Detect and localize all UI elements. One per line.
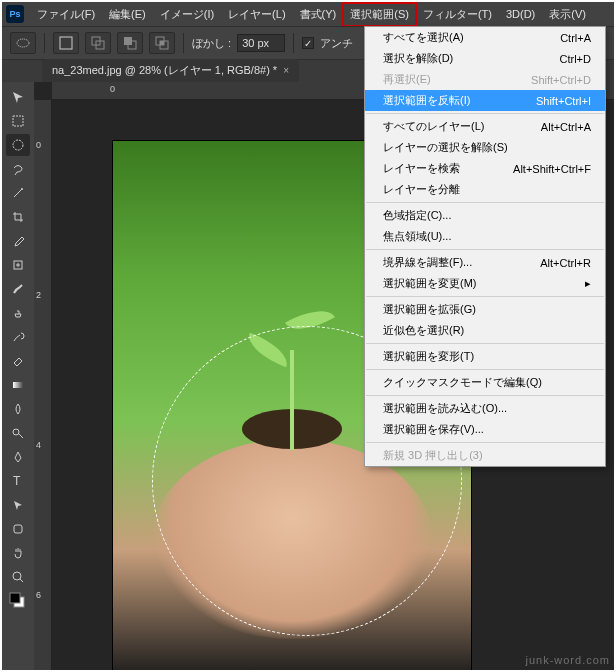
- menu-item[interactable]: レイヤーの選択を解除(S): [365, 137, 605, 158]
- menu-item-label: 近似色を選択(R): [383, 323, 464, 338]
- menu-item-label: 選択を解除(D): [383, 51, 453, 66]
- menu-layer[interactable]: レイヤー(L): [221, 3, 292, 26]
- magic-wand-tool-icon[interactable]: [6, 182, 30, 204]
- menu-item-label: 選択範囲を読み込む(O)...: [383, 401, 507, 416]
- menu-item-label: 色域指定(C)...: [383, 208, 451, 223]
- blur-tool-icon[interactable]: [6, 398, 30, 420]
- menu-item[interactable]: クイックマスクモードで編集(Q): [365, 372, 605, 393]
- history-brush-tool-icon[interactable]: [6, 326, 30, 348]
- menu-filter[interactable]: フィルター(T): [416, 3, 499, 26]
- menu-item[interactable]: 選択範囲を変形(T): [365, 346, 605, 367]
- antialias-checkbox[interactable]: ✓: [302, 37, 314, 49]
- eraser-tool-icon[interactable]: [6, 350, 30, 372]
- menu-file[interactable]: ファイル(F): [30, 3, 102, 26]
- menu-item-label: レイヤーを検索: [383, 161, 460, 176]
- menu-separator: [366, 343, 604, 344]
- feather-input[interactable]: [237, 34, 285, 52]
- menu-item[interactable]: 近似色を選択(R): [365, 320, 605, 341]
- crop-tool-icon[interactable]: [6, 206, 30, 228]
- elliptical-marquee-tool-icon[interactable]: [6, 134, 30, 156]
- svg-rect-9: [13, 116, 23, 126]
- menu-item[interactable]: 焦点領域(U)...: [365, 226, 605, 247]
- menu-item-label: 選択範囲を変更(M): [383, 276, 477, 291]
- hand-tool-icon[interactable]: [6, 542, 30, 564]
- rectangular-marquee-tool-icon[interactable]: [6, 110, 30, 132]
- menu-item[interactable]: すべてのレイヤー(L)Alt+Ctrl+A: [365, 116, 605, 137]
- menu-item[interactable]: 選択範囲を変更(M)▸: [365, 273, 605, 294]
- menu-image[interactable]: イメージ(I): [153, 3, 221, 26]
- menu-separator: [366, 296, 604, 297]
- foreground-background-swatch[interactable]: [6, 590, 30, 612]
- gradient-tool-icon[interactable]: [6, 374, 30, 396]
- document-tab[interactable]: na_23med.jpg @ 28% (レイヤー 1, RGB/8#) * ×: [42, 59, 299, 82]
- watermark: junk-word.com: [525, 654, 610, 666]
- menu-item-label: 選択範囲を保存(V)...: [383, 422, 484, 437]
- lasso-tool-icon[interactable]: [6, 158, 30, 180]
- menu-item[interactable]: すべてを選択(A)Ctrl+A: [365, 27, 605, 48]
- menu-item[interactable]: 色域指定(C)...: [365, 205, 605, 226]
- svg-rect-1: [60, 37, 72, 49]
- menu-item[interactable]: 選択範囲を保存(V)...: [365, 419, 605, 440]
- pen-tool-icon[interactable]: [6, 446, 30, 468]
- close-tab-icon[interactable]: ×: [283, 65, 289, 76]
- menu-item-label: 再選択(E): [383, 72, 431, 87]
- menu-item-label: すべてのレイヤー(L): [383, 119, 484, 134]
- ruler-v-tick: 0: [36, 140, 41, 150]
- brush-tool-icon[interactable]: [6, 278, 30, 300]
- clone-stamp-tool-icon[interactable]: [6, 302, 30, 324]
- svg-rect-13: [13, 382, 23, 388]
- dodge-tool-icon[interactable]: [6, 422, 30, 444]
- menu-item[interactable]: 選択範囲を反転(I)Shift+Ctrl+I: [365, 90, 605, 111]
- feather-label: ぼかし :: [192, 36, 231, 51]
- svg-point-14: [13, 429, 19, 435]
- path-selection-tool-icon[interactable]: [6, 494, 30, 516]
- svg-point-0: [17, 39, 29, 47]
- zoom-tool-icon[interactable]: [6, 566, 30, 588]
- menu-item-label: レイヤーの選択を解除(S): [383, 140, 508, 155]
- move-tool-icon[interactable]: [6, 86, 30, 108]
- menu-item-shortcut: Shift+Ctrl+I: [536, 95, 591, 107]
- svg-point-10: [13, 140, 23, 150]
- svg-rect-16: [14, 525, 22, 533]
- menu-edit[interactable]: 編集(E): [102, 3, 153, 26]
- type-tool-icon[interactable]: T: [6, 470, 30, 492]
- menu-view[interactable]: 表示(V): [542, 3, 593, 26]
- menu-separator: [366, 249, 604, 250]
- intersect-selection-icon[interactable]: [149, 32, 175, 54]
- menu-item-label: 選択範囲を拡張(G): [383, 302, 476, 317]
- menu-item-shortcut: Alt+Ctrl+A: [541, 121, 591, 133]
- menu-item[interactable]: レイヤーを分離: [365, 179, 605, 200]
- menu-item-shortcut: Ctrl+A: [560, 32, 591, 44]
- svg-text:T: T: [13, 474, 21, 488]
- toolbox: T: [2, 82, 34, 670]
- ruler-v-tick: 2: [36, 290, 41, 300]
- menu-item[interactable]: レイヤーを検索Alt+Shift+Ctrl+F: [365, 158, 605, 179]
- svg-point-11: [21, 188, 23, 190]
- menu-item: 新規 3D 押し出し(3): [365, 445, 605, 466]
- ruler-v-tick: 4: [36, 440, 41, 450]
- menu-item[interactable]: 選択範囲を読み込む(O)...: [365, 398, 605, 419]
- svg-point-17: [13, 572, 21, 580]
- svg-rect-19: [10, 593, 20, 603]
- menu-item-label: 境界線を調整(F)...: [383, 255, 472, 270]
- shape-tool-icon[interactable]: [6, 518, 30, 540]
- menu-item: 再選択(E)Shift+Ctrl+D: [365, 69, 605, 90]
- add-selection-icon[interactable]: [85, 32, 111, 54]
- new-selection-icon[interactable]: [53, 32, 79, 54]
- menu-select[interactable]: 選択範囲(S): [343, 3, 416, 26]
- antialias-label: アンチ: [320, 36, 353, 51]
- healing-brush-tool-icon[interactable]: [6, 254, 30, 276]
- menu-3d[interactable]: 3D(D): [499, 4, 542, 24]
- menubar: Ps ファイル(F) 編集(E) イメージ(I) レイヤー(L) 書式(Y) 選…: [2, 2, 614, 26]
- ruler-vertical: 0 2 4 6: [34, 100, 52, 670]
- menu-separator: [366, 395, 604, 396]
- select-menu-dropdown: すべてを選択(A)Ctrl+A選択を解除(D)Ctrl+D再選択(E)Shift…: [364, 26, 606, 467]
- eyedropper-tool-icon[interactable]: [6, 230, 30, 252]
- menu-type[interactable]: 書式(Y): [293, 3, 344, 26]
- tool-preset-icon[interactable]: [10, 32, 36, 54]
- menu-item[interactable]: 選択を解除(D)Ctrl+D: [365, 48, 605, 69]
- menu-item[interactable]: 選択範囲を拡張(G): [365, 299, 605, 320]
- menu-item[interactable]: 境界線を調整(F)...Alt+Ctrl+R: [365, 252, 605, 273]
- menu-item-shortcut: Shift+Ctrl+D: [531, 74, 591, 86]
- subtract-selection-icon[interactable]: [117, 32, 143, 54]
